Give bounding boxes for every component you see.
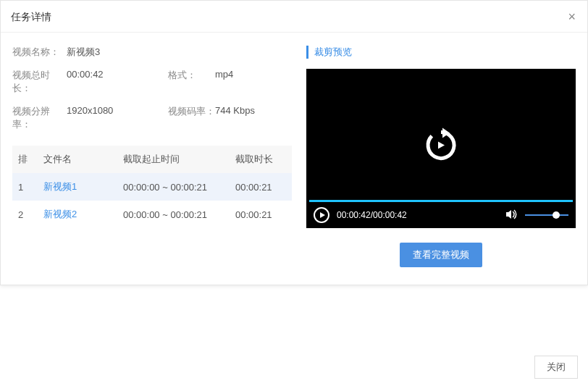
value-format: mp4	[215, 69, 287, 95]
cell-range: 00:00:00 ~ 00:00:21	[117, 201, 230, 228]
close-button[interactable]: 关闭	[534, 356, 578, 379]
right-panel: 裁剪预览 00:00:42/00:00:42 查看完整视频	[306, 46, 576, 267]
th-range: 截取起止时间	[117, 146, 230, 173]
label-duration: 视频总时长：	[12, 69, 67, 95]
value-duration: 00:00:42	[67, 69, 168, 95]
th-rank: 排	[12, 146, 38, 173]
video-player[interactable]: 00:00:42/00:00:42	[306, 69, 576, 228]
dialog-footer: 关闭	[524, 348, 588, 386]
th-name: 文件名	[38, 146, 117, 173]
value-video-name: 新视频3	[67, 46, 168, 59]
clip-link[interactable]: 新视频1	[43, 181, 77, 192]
cell-duration: 00:00:21	[230, 173, 292, 201]
table-row[interactable]: 2 新视频2 00:00:00 ~ 00:00:21 00:00:21	[12, 201, 292, 228]
left-panel: 视频名称： 新视频3 视频总时长： 00:00:42 格式： mp4 视频分辨率…	[12, 46, 292, 267]
volume-icon[interactable]	[505, 208, 518, 223]
dialog-header: 任务详情 ×	[1, 1, 587, 33]
value-resolution: 1920x1080	[67, 105, 168, 131]
label-resolution: 视频分辨率：	[12, 105, 67, 131]
time-display: 00:00:42/00:00:42	[337, 210, 407, 220]
info-grid: 视频名称： 新视频3 视频总时长： 00:00:42 格式： mp4 视频分辨率…	[12, 46, 292, 131]
label-format: 格式：	[168, 69, 215, 95]
replay-icon[interactable]	[421, 125, 461, 168]
video-controls: 00:00:42/00:00:42	[306, 202, 576, 228]
volume-knob[interactable]	[553, 211, 560, 219]
view-full-video-button[interactable]: 查看完整视频	[400, 243, 482, 267]
play-button[interactable]	[314, 207, 329, 223]
preview-title: 裁剪预览	[306, 46, 576, 59]
clip-link[interactable]: 新视频2	[43, 209, 77, 219]
value-bitrate: 744 Kbps	[215, 105, 287, 131]
volume-slider[interactable]	[525, 214, 568, 216]
cell-duration: 00:00:21	[230, 201, 292, 228]
label-bitrate: 视频码率：	[168, 105, 215, 131]
svg-marker-2	[506, 210, 511, 219]
dialog-title: 任务详情	[11, 11, 51, 24]
table-row[interactable]: 1 新视频1 00:00:00 ~ 00:00:21 00:00:21	[12, 173, 292, 201]
clips-table: 排 文件名 截取起止时间 截取时长 1 新视频1 00:00:00 ~ 00:0…	[12, 146, 292, 228]
th-duration: 截取时长	[230, 146, 292, 173]
svg-marker-1	[438, 142, 445, 149]
label-video-name: 视频名称：	[12, 46, 67, 59]
cell-rank: 1	[12, 173, 38, 201]
cell-rank: 2	[12, 201, 38, 228]
close-icon[interactable]: ×	[568, 9, 576, 25]
cell-range: 00:00:00 ~ 00:00:21	[117, 173, 230, 201]
